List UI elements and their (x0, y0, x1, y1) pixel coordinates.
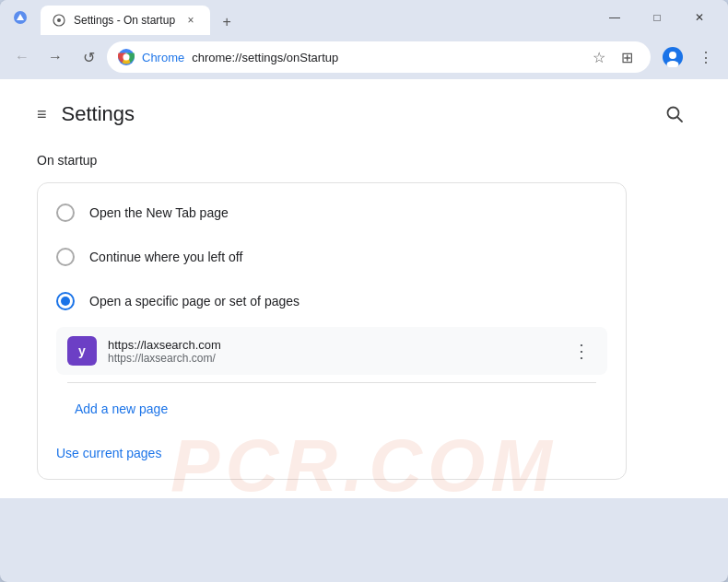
page-entry: y https://laxsearch.com https://laxsearc… (56, 327, 607, 375)
svg-point-3 (57, 18, 61, 22)
browser-window: Settings - On startup × + — □ ✕ ← → ↺ (0, 0, 728, 582)
radio-option-continue[interactable]: Continue where you left off (38, 235, 626, 279)
site-favicon-letter: y (78, 343, 86, 358)
close-button[interactable]: ✕ (678, 3, 721, 32)
radio-label-new-tab: Open the New Tab page (89, 205, 229, 220)
title-bar: Settings - On startup × + — □ ✕ (0, 0, 728, 35)
new-tab-button[interactable]: + (214, 9, 240, 35)
active-tab[interactable]: Settings - On startup × (41, 6, 210, 35)
settings-header: ≡ Settings (37, 98, 691, 131)
address-bar[interactable]: Chrome chrome://settings/onStartup ☆ ⊞ (107, 41, 651, 73)
specific-pages-section: y https://laxsearch.com https://laxsearc… (38, 327, 626, 435)
radio-circle-new-tab (56, 204, 75, 222)
chrome-logo-icon (118, 49, 135, 65)
page-entry-menu-button[interactable]: ⋮ (567, 336, 596, 366)
address-bar-actions: ☆ ⊞ (586, 44, 640, 70)
settings-search-button[interactable] (658, 98, 691, 131)
settings-title-group: ≡ Settings (37, 102, 135, 126)
back-button[interactable]: ← (7, 42, 37, 72)
radio-option-new-tab[interactable]: Open the New Tab page (38, 191, 626, 235)
site-url-sub: https://laxsearch.com/ (108, 352, 556, 365)
tab-bar: Settings - On startup × + (41, 0, 586, 35)
radio-label-continue: Continue where you left off (89, 250, 242, 264)
startup-card: Open the New Tab page Continue where you… (37, 182, 627, 480)
chrome-label: Chrome (142, 51, 184, 64)
reload-button[interactable]: ↺ (74, 42, 103, 72)
bookmark-button[interactable]: ☆ (586, 44, 612, 70)
radio-circle-specific (56, 292, 75, 310)
forward-button[interactable]: → (41, 42, 70, 72)
svg-point-8 (669, 52, 676, 59)
hamburger-icon[interactable]: ≡ (37, 105, 47, 124)
toolbar-right: ⋮ (658, 42, 721, 72)
user-profile-button[interactable] (658, 42, 687, 72)
tab-title: Settings - On startup (74, 14, 175, 27)
site-url-main: https://laxsearch.com (108, 338, 556, 352)
settings-title: Settings (62, 102, 135, 126)
tab-favicon (52, 13, 66, 28)
divider (67, 382, 596, 383)
radio-label-specific: Open a specific page or set of pages (89, 294, 299, 308)
more-options-button[interactable]: ⋮ (691, 42, 721, 72)
tab-close-button[interactable]: × (182, 12, 199, 29)
site-urls: https://laxsearch.com https://laxsearch.… (108, 338, 556, 365)
address-text: chrome://settings/onStartup (192, 51, 579, 64)
section-title: On startup (37, 153, 691, 168)
radio-option-specific[interactable]: Open a specific page or set of pages (38, 279, 626, 323)
page-wrapper: ≡ Settings On startup Open the New Tab p… (0, 79, 728, 582)
page-content: ≡ Settings On startup Open the New Tab p… (0, 79, 728, 498)
minimize-button[interactable]: — (593, 3, 636, 32)
maximize-button[interactable]: □ (636, 3, 678, 32)
window-controls-right: — □ ✕ (593, 3, 721, 32)
extensions-button[interactable]: ⊞ (614, 44, 640, 70)
svg-line-11 (677, 117, 682, 122)
nav-bar: ← → ↺ Chrome chrome://settings/onStartup… (0, 35, 728, 79)
site-favicon: y (67, 336, 97, 366)
radio-circle-continue (56, 248, 75, 266)
window-controls-left (7, 5, 33, 30)
radio-dot-specific (61, 297, 70, 306)
profile-btn[interactable] (7, 5, 33, 30)
svg-point-6 (123, 54, 130, 61)
use-current-pages-link[interactable]: Use current pages (38, 435, 626, 471)
add-new-page-link[interactable]: Add a new page (56, 390, 607, 427)
